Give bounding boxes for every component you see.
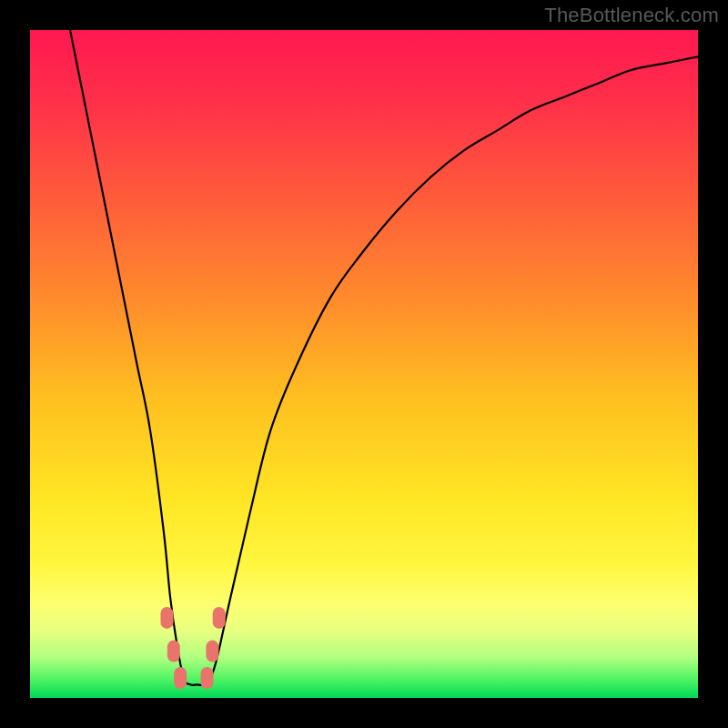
marker-dot xyxy=(213,607,226,629)
marker-dot xyxy=(160,607,173,629)
marker-dot xyxy=(167,641,180,662)
marker-dot xyxy=(201,667,214,689)
chart-svg xyxy=(30,30,698,698)
curve-markers xyxy=(160,607,225,689)
marker-dot xyxy=(206,641,218,662)
curve-line xyxy=(70,30,698,685)
chart-container: TheBottleneck.com xyxy=(0,0,728,728)
plot-area xyxy=(30,30,698,698)
marker-dot xyxy=(174,667,187,689)
watermark-text: TheBottleneck.com xyxy=(544,4,719,27)
